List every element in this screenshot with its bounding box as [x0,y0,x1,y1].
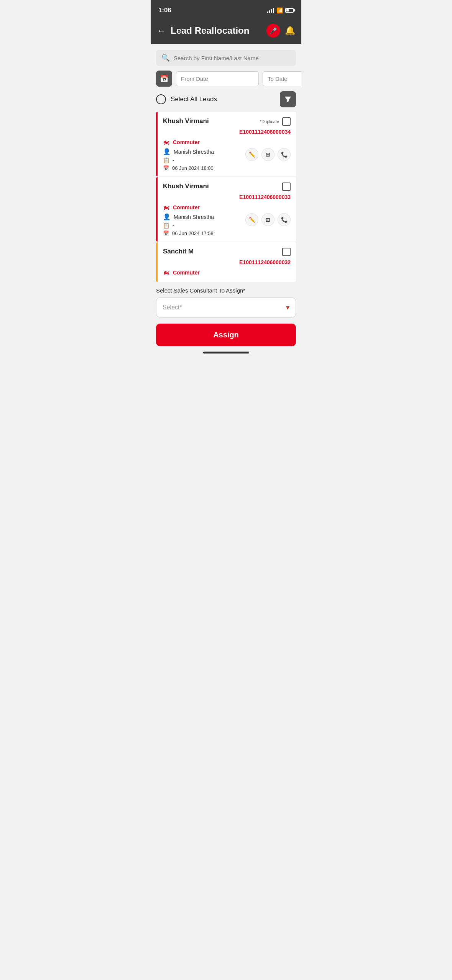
date-icon: 📅 [163,230,169,236]
lead-type: Commuter [173,139,200,145]
lead-name: Sanchit M [163,248,194,255]
phone-button[interactable]: 📞 [278,148,291,161]
lead-agent: Manish Shrestha [174,214,214,220]
search-input[interactable] [174,55,291,61]
status-bar: 1:06 📶 [151,0,301,19]
lead-type: Commuter [173,270,200,276]
phone-icon: 📞 [281,217,288,223]
lead-card-header: Khush Virmani *Duplicate [163,117,291,126]
lead-id: E1001112406000034 [163,129,291,135]
consultant-select[interactable]: Select* ▾ [156,298,296,317]
duplicate-badge: *Duplicate [260,119,279,124]
lead-card: Khush Virmani *Duplicate E10011124060000… [156,112,296,176]
lead-date: 06 Jun 2024 17:58 [172,230,214,236]
lead-date-row: 📅 06 Jun 2024 17:58 [163,230,214,236]
bike-icon: 🏍 [163,138,170,146]
grid-icon: ⊞ [266,151,270,158]
lead-agent-row: 👤 Manish Shrestha [163,213,214,220]
lead-checkbox[interactable] [282,183,291,191]
select-all-radio[interactable] [156,94,166,104]
edit-button[interactable]: ✏️ [245,213,258,226]
phone-icon: 📞 [281,151,288,158]
calendar-button[interactable]: 📅 [156,71,172,87]
lead-id: E1001112406000033 [163,194,291,200]
edit-icon: ✏️ [249,151,255,158]
date-icon: 📅 [163,165,169,171]
select-all-left: Select All Leads [156,94,217,104]
select-all-row: Select All Leads [156,91,296,107]
filter-button[interactable] [280,91,296,107]
back-button[interactable]: ← [157,25,166,36]
person-icon: 👤 [163,148,171,155]
edit-button[interactable]: ✏️ [245,148,258,161]
leads-list: Khush Virmani *Duplicate E10011124060000… [156,112,296,282]
grid-icon: ⊞ [266,217,270,223]
battery-icon [285,8,294,13]
lead-name: Khush Virmani [163,183,209,190]
mic-icon: 🎤 [270,27,277,35]
notification-bell-icon[interactable]: 🔔 [285,26,295,36]
lead-name: Khush Virmani [163,117,209,125]
doc-icon: 📋 [163,157,169,163]
assign-button[interactable]: Assign [156,324,296,346]
filter-icon [284,95,292,103]
lead-type: Commuter [173,204,200,210]
status-time: 1:06 [158,7,171,14]
doc-icon: 📋 [163,222,169,229]
lead-checkbox[interactable] [282,248,291,256]
grid-button[interactable]: ⊞ [261,148,274,161]
date-row: 📅 [156,71,296,87]
lead-doc-row: 📋 - [163,157,214,163]
lead-type-row: 🏍 Commuter [163,268,291,276]
header-actions: 🎤 🔔 [266,24,295,38]
edit-icon: ✏️ [249,217,255,223]
lead-type-row: 🏍 Commuter [163,203,214,211]
home-indicator [203,352,249,354]
select-all-label: Select All Leads [171,95,217,103]
lead-header-right [282,183,291,191]
lead-meta-info: 🏍 Commuter 👤 Manish Shrestha 📋 - 📅 06 Ju… [163,203,214,236]
consultant-placeholder: Select* [163,304,182,311]
person-icon: 👤 [163,213,171,220]
lead-doc-row: 📋 - [163,222,214,229]
header: ← Lead Reallocation 🎤 🔔 [151,19,301,44]
status-icons: 📶 [267,7,294,13]
page-title: Lead Reallocation [171,25,262,36]
bike-icon: 🏍 [163,203,170,211]
lead-meta-row: 🏍 Commuter 👤 Manish Shrestha 📋 - 📅 06 Ju… [163,138,291,171]
lead-date: 06 Jun 2024 18:00 [172,165,214,171]
lead-type-row: 🏍 Commuter [163,138,214,146]
lead-id: E1001112406000032 [163,259,291,265]
search-icon: 🔍 [161,54,170,62]
lead-action-icons: ✏️ ⊞ 📞 [245,213,291,226]
bottom-section: Select Sales Consultant To Assign* Selec… [156,287,296,346]
search-bar: 🔍 [156,50,296,66]
lead-agent-row: 👤 Manish Shrestha [163,148,214,155]
lead-doc: - [173,157,174,163]
calendar-icon: 📅 [160,74,168,83]
lead-checkbox[interactable] [282,117,291,126]
mic-button[interactable]: 🎤 [266,24,280,38]
wifi-icon: 📶 [276,7,283,13]
consultant-label: Select Sales Consultant To Assign* [156,287,296,294]
lead-doc: - [173,222,174,229]
chevron-down-icon: ▾ [286,303,289,312]
grid-button[interactable]: ⊞ [261,213,274,226]
lead-card: Sanchit M E1001112406000032 🏍 Commuter [156,242,296,282]
lead-date-row: 📅 06 Jun 2024 18:00 [163,165,214,171]
phone-button[interactable]: 📞 [278,213,291,226]
lead-meta-info: 🏍 Commuter 👤 Manish Shrestha 📋 - 📅 06 Ju… [163,138,214,171]
from-date-input[interactable] [176,71,259,86]
lead-card-header: Khush Virmani [163,183,291,191]
to-date-input[interactable] [263,71,301,86]
lead-card-header: Sanchit M [163,248,291,256]
lead-card: Khush Virmani E1001112406000033 🏍 Commut… [156,177,296,242]
signal-bars-icon [267,8,274,13]
lead-action-icons: ✏️ ⊞ 📞 [245,148,291,161]
lead-agent: Manish Shrestha [174,149,214,155]
svg-marker-0 [285,97,291,102]
lead-meta-row: 🏍 Commuter 👤 Manish Shrestha 📋 - 📅 06 Ju… [163,203,291,236]
lead-header-right [282,248,291,256]
bike-icon: 🏍 [163,268,170,276]
lead-header-right: *Duplicate [260,117,291,126]
